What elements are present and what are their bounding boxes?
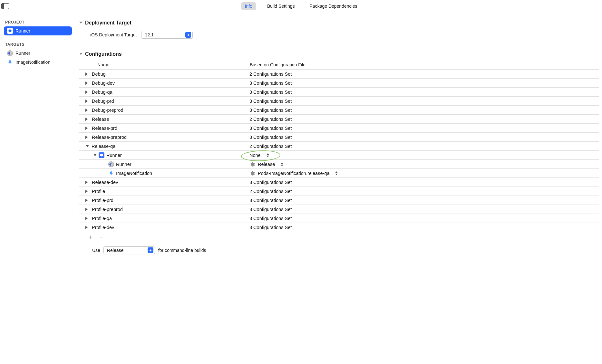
- row-file-value: 3 Configurations Set: [249, 216, 292, 221]
- row-name: Debug-preprod: [92, 108, 123, 113]
- chevron-right-icon[interactable]: [85, 91, 89, 94]
- table-row[interactable]: Profile2 Configurations Set: [79, 187, 599, 196]
- disclosure-triangle-icon[interactable]: [79, 22, 83, 25]
- editor-tabbar: Info Build Settings Package Dependencies: [0, 0, 602, 12]
- chevron-right-icon[interactable]: [85, 81, 89, 85]
- deployment-target-select[interactable]: 12.1: [141, 31, 193, 39]
- sidebar-item-target-imagenotification[interactable]: ImageNotification: [4, 58, 72, 67]
- row-file-value: 3 Configurations Set: [249, 81, 292, 86]
- table-row[interactable]: Debug2 Configurations Set: [79, 69, 599, 78]
- table-header: Name Based on Configuration File: [79, 60, 599, 69]
- chevron-right-icon[interactable]: [85, 226, 89, 229]
- row-file-value[interactable]: Release: [258, 162, 275, 167]
- row-file-value: 3 Configurations Set: [249, 135, 292, 140]
- updown-icon: [335, 170, 338, 177]
- row-name: Debug: [92, 72, 106, 77]
- table-row[interactable]: Release-qa2 Configurations Set: [79, 141, 599, 150]
- remove-button[interactable]: －: [98, 234, 104, 240]
- table-row[interactable]: Debug-prd3 Configurations Set: [79, 96, 599, 105]
- table-row[interactable]: Profile-prd3 Configurations Set: [79, 196, 599, 205]
- compass-icon: [7, 50, 13, 56]
- table-row[interactable]: Debug-preprod3 Configurations Set: [79, 105, 599, 114]
- row-name: Debug-prd: [92, 99, 114, 104]
- row-name: Release-dev: [92, 180, 118, 185]
- table-row[interactable]: Debug-qa3 Configurations Set: [79, 87, 599, 96]
- sidebar-item-label: Runner: [15, 28, 30, 34]
- row-file-value: 3 Configurations Set: [249, 99, 292, 104]
- gear-icon: [249, 161, 255, 167]
- row-file-value: 2 Configurations Set: [249, 72, 292, 77]
- chevron-right-icon[interactable]: [85, 72, 89, 76]
- chevron-down-icon[interactable]: [93, 154, 97, 158]
- row-file-value: 2 Configurations Set: [249, 117, 292, 122]
- app-icon: [7, 28, 13, 34]
- select-value: Release: [107, 248, 123, 253]
- panel-toggle-icon[interactable]: [1, 3, 9, 9]
- row-file-value[interactable]: Pods-ImageNotification.release-qa: [258, 171, 329, 176]
- stepper-icon: [185, 32, 191, 38]
- bell-icon: [108, 170, 114, 176]
- disclosure-triangle-icon[interactable]: [79, 53, 83, 57]
- chevron-right-icon[interactable]: [85, 190, 89, 193]
- sidebar-item-label: ImageNotification: [15, 60, 50, 65]
- row-name: Profile-preprod: [92, 207, 123, 212]
- add-button[interactable]: ＋: [87, 234, 93, 240]
- chevron-right-icon[interactable]: [85, 127, 89, 130]
- divider: [4, 38, 72, 38]
- row-name: Profile-prd: [92, 198, 113, 203]
- table-row[interactable]: Release-prd3 Configurations Set: [79, 123, 599, 132]
- updown-icon: [280, 161, 284, 168]
- chevron-right-icon[interactable]: [85, 181, 89, 184]
- section-title: Deployment Target: [85, 20, 131, 26]
- row-file-value[interactable]: None: [249, 153, 261, 158]
- tab-package-dependencies[interactable]: Package Dependencies: [306, 2, 361, 10]
- column-header-file: Based on Configuration File: [247, 62, 599, 67]
- editor-main: Deployment Target iOS Deployment Target …: [76, 12, 602, 364]
- row-name: Debug-dev: [92, 81, 115, 86]
- chevron-right-icon[interactable]: [85, 199, 89, 202]
- table-row[interactable]: Release-dev3 Configurations Set: [79, 177, 599, 187]
- row-name: Profile: [92, 189, 105, 194]
- row-file-value: 3 Configurations Set: [249, 207, 292, 212]
- chevron-right-icon[interactable]: [85, 109, 89, 112]
- tab-info[interactable]: Info: [241, 2, 256, 10]
- sidebar-item-target-runner[interactable]: Runner: [4, 49, 72, 58]
- chevron-right-icon[interactable]: [85, 100, 89, 103]
- row-file-value: 3 Configurations Set: [249, 225, 292, 230]
- table-row[interactable]: Debug-dev3 Configurations Set: [79, 78, 599, 87]
- chevron-down-icon[interactable]: [86, 145, 89, 149]
- sidebar-item-label: Runner: [15, 51, 30, 56]
- table-row[interactable]: Release2 Configurations Set: [79, 114, 599, 123]
- row-name: Release-preprod: [92, 135, 127, 140]
- chevron-right-icon[interactable]: [85, 136, 89, 139]
- chevron-right-icon[interactable]: [85, 208, 89, 211]
- gear-icon: [249, 170, 255, 176]
- table-row[interactable]: Profile-qa3 Configurations Set: [79, 214, 599, 223]
- use-suffix: for command-line builds: [158, 248, 206, 253]
- sidebar-item-project-runner[interactable]: Runner: [4, 26, 72, 35]
- table-row[interactable]: RunnerRelease: [79, 159, 599, 168]
- row-file-value: 3 Configurations Set: [249, 90, 292, 95]
- table-row[interactable]: Release-preprod3 Configurations Set: [79, 132, 599, 141]
- tab-build-settings[interactable]: Build Settings: [263, 2, 299, 10]
- row-name: Profile-qa: [92, 216, 112, 221]
- chevron-right-icon[interactable]: [85, 118, 89, 121]
- row-file-value: 3 Configurations Set: [249, 198, 292, 203]
- table-row[interactable]: Profile-preprod3 Configurations Set: [79, 205, 599, 214]
- table-row[interactable]: ImageNotificationPods-ImageNotification.…: [79, 168, 599, 177]
- deployment-target-label: iOS Deployment Target: [90, 32, 137, 37]
- use-configuration-row: Use Release for command-line builds: [92, 246, 599, 254]
- row-name: Release-qa: [92, 144, 115, 149]
- row-name: Release: [92, 117, 109, 122]
- table-row[interactable]: RunnerNone: [79, 150, 599, 159]
- use-configuration-select[interactable]: Release: [103, 246, 155, 254]
- table-row[interactable]: Profile-dev3 Configurations Set: [79, 223, 599, 232]
- compass-icon: [108, 161, 114, 167]
- row-name: Release-prd: [92, 126, 117, 131]
- chevron-right-icon[interactable]: [85, 217, 89, 220]
- app-store-icon: [99, 152, 104, 158]
- table-footer: ＋ －: [79, 232, 599, 240]
- row-name: ImageNotification: [116, 171, 152, 176]
- column-header-name: Name: [79, 62, 247, 67]
- row-name: Profile-dev: [92, 225, 114, 230]
